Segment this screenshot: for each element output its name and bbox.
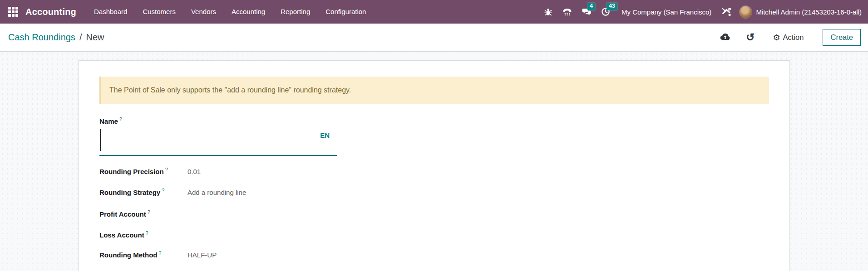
voip-phone-button[interactable] [558,0,577,24]
name-input-wrapper: EN [99,128,337,156]
menu-item-vendors[interactable]: Vendors [183,0,224,24]
field-value-profit-account[interactable] [187,208,324,217]
discard-changes-button[interactable]: ↺ [743,29,757,45]
name-field-label-row: Name? [99,116,769,125]
odoo-accounting-screen: Accounting Dashboard Customers Vendors A… [0,0,868,271]
menu-item-reporting[interactable]: Reporting [273,0,318,24]
breadcrumb: Cash Roundings / New [8,32,104,43]
field-value-rounding-precision[interactable]: 0.01 [187,168,324,176]
breadcrumb-current: New [86,32,104,43]
field-value-rounding-method[interactable]: HALF-UP [187,251,324,259]
save-record-button[interactable] [717,30,733,45]
messages-button[interactable]: 4 [577,0,596,24]
user-menu[interactable]: Mitchell Admin (21453203-16-0-all) [736,6,862,18]
top-navbar: Accounting Dashboard Customers Vendors A… [0,0,868,24]
user-avatar [740,6,752,18]
help-icon[interactable]: ? [148,209,150,215]
messages-count-badge: 4 [587,3,595,10]
menu-item-configuration[interactable]: Configuration [318,0,374,24]
menu-item-accounting[interactable]: Accounting [224,0,273,24]
phone-icon [562,8,572,16]
debug-mode-button[interactable] [539,0,558,24]
menu-item-customers[interactable]: Customers [135,0,183,24]
action-menu-label: Action [783,33,804,42]
field-label-loss-account: Loss Account [99,231,144,239]
warning-banner: The Point of Sale only supports the "add… [99,77,769,104]
field-label-name: Name [99,117,118,125]
menu-item-dashboard[interactable]: Dashboard [86,0,135,24]
apps-menu-button[interactable] [5,0,21,24]
tools-icon [721,7,732,17]
cloud-upload-icon [720,33,730,42]
field-value-rounding-strategy[interactable]: Add a rounding line [187,189,324,197]
system-tray: 4 43 My Company (San Francisco) [539,0,862,24]
help-icon[interactable]: ? [146,230,148,236]
language-badge[interactable]: EN [320,131,330,139]
field-row-loss-account: Loss Account? [99,229,769,239]
cash-rounding-form-sheet: The Point of Sale only supports the "add… [79,60,790,271]
field-label-rounding-method: Rounding Method [99,251,157,259]
name-input[interactable] [99,128,337,155]
field-label-profit-account: Profit Account [99,210,146,218]
app-brand[interactable]: Accounting [25,7,76,17]
apps-grid-icon [8,7,18,17]
bug-icon [544,8,552,16]
help-icon[interactable]: ? [158,250,161,256]
form-field-rows: Rounding Precision? 0.01 Rounding Strate… [99,167,769,260]
top-menu: Dashboard Customers Vendors Accounting R… [86,0,374,24]
field-row-rounding-precision: Rounding Precision? 0.01 [99,167,769,176]
help-icon[interactable]: ? [165,167,168,172]
field-row-rounding-method: Rounding Method? HALF-UP [99,250,769,260]
field-label-rounding-strategy: Rounding Strategy [99,189,160,196]
activities-button[interactable]: 43 [596,0,615,24]
user-name: Mitchell Admin (21453203-16-0-all) [756,8,862,16]
name-field-block: Name? EN [99,116,769,156]
content-area: The Point of Sale only supports the "add… [0,52,868,271]
help-icon[interactable]: ? [162,188,164,193]
create-button[interactable]: Create [823,29,861,46]
field-row-profit-account: Profit Account? [99,208,769,218]
breadcrumb-parent-link[interactable]: Cash Roundings [8,32,75,43]
control-panel-actions: ↺ ⚙ Action Create [707,29,861,46]
gear-icon: ⚙ [773,34,780,42]
help-icon[interactable]: ? [119,116,122,122]
company-switcher[interactable]: My Company (San Francisco) [615,8,717,16]
field-row-rounding-strategy: Rounding Strategy? Add a rounding line [99,188,769,197]
breadcrumb-separator: / [79,32,82,43]
undo-icon: ↺ [746,32,755,43]
action-menu-button[interactable]: ⚙ Action [773,33,804,42]
warning-text: The Point of Sale only supports the "add… [109,86,351,94]
field-label-rounding-precision: Rounding Precision [99,168,164,175]
activities-count-badge: 43 [607,3,617,10]
field-value-loss-account[interactable] [187,229,324,237]
support-tools-button[interactable] [717,0,736,24]
control-panel: Cash Roundings / New ↺ ⚙ Action Create [0,24,868,52]
